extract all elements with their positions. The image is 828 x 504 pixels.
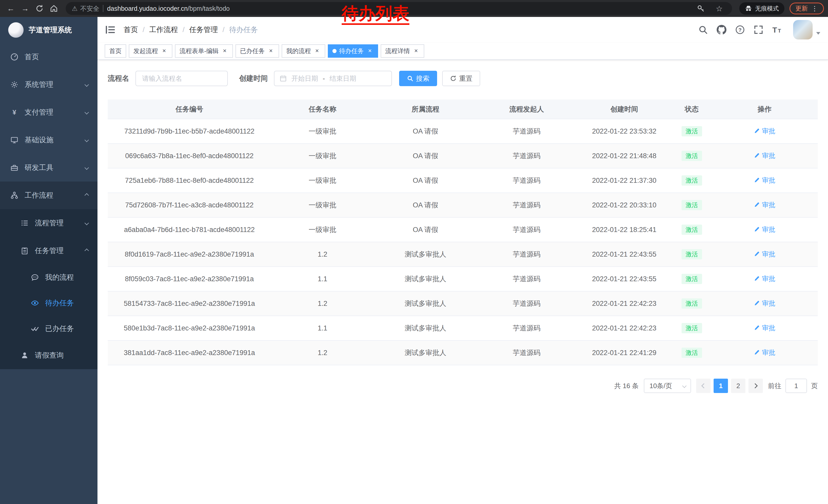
- sidebar-toggle-icon[interactable]: [105, 25, 115, 35]
- approve-link[interactable]: 审批: [754, 274, 775, 283]
- col-status: 状态: [672, 99, 711, 119]
- sidebar-item-devtools[interactable]: 研发工具: [0, 154, 97, 182]
- page-button-1[interactable]: 1: [714, 379, 728, 393]
- sidebar-item-home[interactable]: 首页: [0, 43, 97, 71]
- date-range-picker[interactable]: 开始日期 - 结束日期: [274, 71, 392, 86]
- sidebar-item-infra[interactable]: 基础设施: [0, 126, 97, 154]
- font-size-icon[interactable]: T T: [772, 25, 782, 35]
- breadcrumb-task-mgmt[interactable]: 任务管理: [189, 25, 218, 35]
- close-icon[interactable]: ×: [267, 47, 275, 55]
- tab-form-edit[interactable]: 流程表单-编辑×: [175, 44, 233, 58]
- tab-home[interactable]: 首页: [105, 44, 126, 58]
- approve-link[interactable]: 审批: [754, 225, 775, 234]
- approve-link[interactable]: 审批: [754, 127, 775, 136]
- sidebar-item-leave-query[interactable]: 请假查询: [0, 341, 97, 369]
- dashboard-icon: [10, 53, 18, 61]
- approve-link[interactable]: 审批: [754, 200, 775, 210]
- fullscreen-icon[interactable]: [754, 25, 763, 35]
- close-icon[interactable]: ×: [161, 47, 168, 55]
- tab-my-process[interactable]: 我的流程×: [282, 44, 325, 58]
- tab-todo-tasks[interactable]: 待办任务×: [328, 44, 378, 58]
- approve-link[interactable]: 审批: [754, 348, 775, 357]
- tab-start-process[interactable]: 发起流程×: [129, 44, 172, 58]
- chevron-down-icon: [682, 384, 687, 388]
- security-status[interactable]: ⚠ 不安全: [72, 4, 99, 13]
- sidebar-item-task-mgmt[interactable]: 任务管理: [0, 237, 97, 265]
- toolbox-icon: [10, 164, 18, 172]
- sidebar-item-todo-tasks[interactable]: 待办任务: [0, 290, 97, 316]
- goto-page-input[interactable]: [785, 379, 807, 393]
- app-title: 芋道管理系统: [29, 25, 72, 35]
- help-icon[interactable]: ?: [735, 25, 745, 35]
- create-time-label: 创建时间: [239, 74, 268, 83]
- range-separator: -: [323, 75, 325, 83]
- chevron-up-icon: [85, 249, 89, 253]
- approve-link[interactable]: 审批: [754, 299, 775, 308]
- cell-name: 1.2: [271, 291, 374, 316]
- top-navbar: 首页 / 工作流程 / 任务管理 / 待办任务: [97, 17, 828, 43]
- cell-created: 2022-01-22 21:48:48: [576, 144, 672, 168]
- cell-name: 1.2: [271, 340, 374, 365]
- sidebar-item-done-tasks[interactable]: 已办任务: [0, 316, 97, 341]
- search-icon[interactable]: [698, 25, 708, 35]
- task-table: 任务编号 任务名称 所属流程 流程发起人 创建时间 状态 操作 73211d9d…: [108, 99, 818, 365]
- next-page-button[interactable]: [748, 379, 763, 393]
- sidebar-item-workflow[interactable]: 工作流程: [0, 182, 97, 209]
- user-menu[interactable]: [793, 20, 820, 40]
- page-button-2[interactable]: 2: [731, 379, 745, 393]
- app-logo[interactable]: 芋道管理系统: [0, 17, 97, 43]
- tab-process-detail[interactable]: 流程详情×: [381, 44, 424, 58]
- breadcrumb: 首页 / 工作流程 / 任务管理 / 待办任务: [124, 25, 258, 35]
- approve-link[interactable]: 审批: [754, 176, 775, 185]
- breadcrumb-home[interactable]: 首页: [124, 25, 138, 35]
- forward-icon[interactable]: →: [18, 2, 32, 15]
- sidebar-item-system[interactable]: 系统管理: [0, 71, 97, 98]
- chrome-update-button[interactable]: 更新 ⋮: [790, 3, 824, 14]
- breadcrumb-workflow[interactable]: 工作流程: [149, 25, 178, 35]
- approve-link[interactable]: 审批: [754, 324, 775, 332]
- avatar[interactable]: [793, 20, 813, 40]
- browser-menu-icon[interactable]: ⋮: [811, 5, 818, 12]
- cell-initiator: 芋道源码: [477, 242, 576, 267]
- incognito-badge: 无痕模式: [739, 2, 784, 15]
- cell-action: 审批: [711, 316, 818, 340]
- cell-action: 审批: [711, 340, 818, 365]
- svg-text:¥: ¥: [12, 108, 16, 116]
- cell-id: 725a1eb6-7b88-11ec-8ef0-acde48001122: [108, 168, 271, 193]
- search-button[interactable]: 搜索: [399, 71, 437, 86]
- edit-icon: [754, 177, 760, 183]
- cell-id: 75d72608-7b7f-11ec-a3c8-acde48001122: [108, 193, 271, 217]
- cell-created: 2022-01-21 22:43:55: [576, 242, 672, 267]
- process-name-input[interactable]: [135, 71, 228, 86]
- goto-label: 前往: [768, 381, 781, 391]
- calendar-icon: [280, 75, 287, 82]
- tab-done-tasks[interactable]: 已办任务×: [236, 44, 279, 58]
- sidebar-item-my-process[interactable]: 我的流程: [0, 265, 97, 290]
- approve-link[interactable]: 审批: [754, 250, 775, 259]
- reload-icon[interactable]: [33, 2, 46, 15]
- gear-icon: [10, 81, 18, 89]
- table-row: 8f059c03-7ac8-11ec-a9e2-a2380e71991a1.1测…: [108, 267, 818, 291]
- status-badge: 激活: [681, 348, 702, 358]
- prev-page-button[interactable]: [696, 379, 710, 393]
- chevron-down-icon: [85, 221, 89, 225]
- github-icon[interactable]: [717, 25, 727, 35]
- page-size-select[interactable]: 10条/页: [644, 379, 691, 393]
- bookmark-star-icon[interactable]: ☆: [713, 2, 726, 15]
- chevron-down-icon: [85, 166, 89, 170]
- password-key-icon[interactable]: [694, 2, 707, 15]
- sidebar-item-payment[interactable]: ¥ 支付管理: [0, 98, 97, 126]
- back-icon[interactable]: ←: [4, 2, 17, 15]
- sidebar-item-process-mgmt[interactable]: 流程管理: [0, 209, 97, 237]
- close-icon[interactable]: ×: [314, 47, 321, 55]
- close-icon[interactable]: ×: [412, 47, 420, 55]
- reset-button[interactable]: 重置: [442, 71, 480, 86]
- cell-created: 2022-01-21 22:42:23: [576, 316, 672, 340]
- breadcrumb-current: 待办任务: [229, 25, 258, 35]
- list-icon: [20, 219, 29, 227]
- table-row: 381aa1dd-7ac8-11ec-a9e2-a2380e71991a1.2测…: [108, 340, 818, 365]
- approve-link[interactable]: 审批: [754, 151, 775, 160]
- close-icon[interactable]: ×: [366, 47, 373, 55]
- home-icon[interactable]: [47, 2, 60, 15]
- close-icon[interactable]: ×: [221, 47, 228, 55]
